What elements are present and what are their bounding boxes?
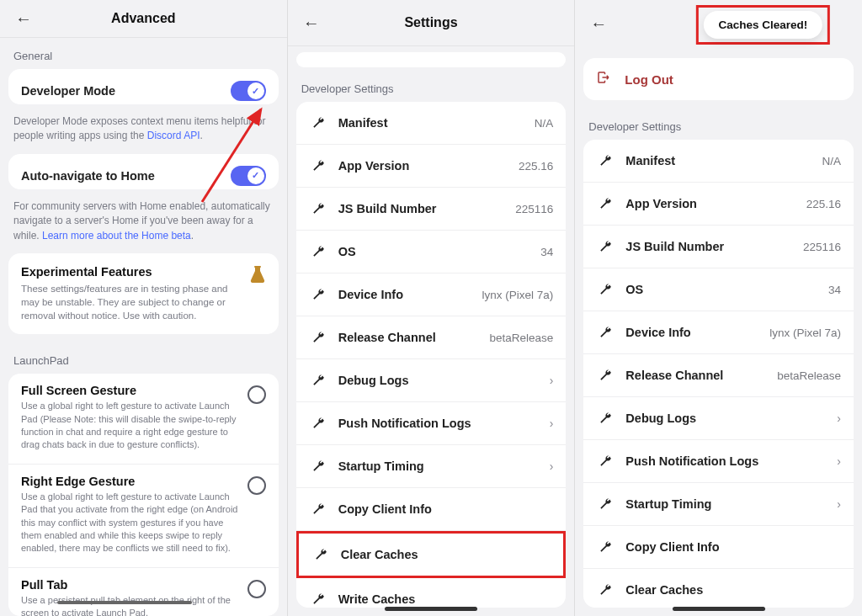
nav-indicator xyxy=(673,607,765,611)
app-version-row[interactable]: App Version225.16 xyxy=(583,183,854,226)
developer-mode-toggle[interactable]: ✓ xyxy=(231,81,266,101)
back-arrow-icon[interactable]: ← xyxy=(590,13,607,33)
developer-settings-label: Developer Settings xyxy=(575,109,862,140)
wrench-icon xyxy=(309,157,327,175)
auto-navigate-card: Auto-navigate to Home ✓ xyxy=(8,154,279,189)
settings-panel: ← Settings Developer Settings ManifestN/… xyxy=(288,0,576,616)
wrench-icon xyxy=(309,457,327,475)
wrench-icon xyxy=(309,500,327,518)
chevron-right-icon: › xyxy=(837,497,841,511)
launchpad-rightedge-row[interactable]: Right Edge Gesture Use a global right to… xyxy=(8,465,279,568)
header: ← Settings xyxy=(288,0,575,46)
push-logs-row[interactable]: Push Notification Logs› xyxy=(583,440,854,483)
device-info-row[interactable]: Device Infolynx (Pixel 7a) xyxy=(583,311,854,354)
settings-panel-cleared: ← Caches Cleared! Log Out Developer Sett… xyxy=(575,0,862,616)
push-logs-row[interactable]: Push Notification Logs› xyxy=(296,402,567,445)
radio-unchecked[interactable] xyxy=(247,476,266,495)
discord-api-link[interactable]: Discord API xyxy=(147,130,200,141)
wrench-icon xyxy=(596,409,615,427)
wrench-icon xyxy=(596,194,615,213)
debug-logs-row[interactable]: Debug Logs› xyxy=(583,397,854,440)
copy-client-info-row[interactable]: Copy Client Info xyxy=(583,526,854,569)
copy-client-info-row[interactable]: Copy Client Info xyxy=(296,488,567,531)
chevron-right-icon: › xyxy=(837,412,841,425)
clear-caches-row[interactable]: Clear Caches xyxy=(583,569,854,608)
debug-logs-row[interactable]: Debug Logs› xyxy=(296,359,567,402)
developer-mode-help: Developer Mode exposes context menu item… xyxy=(0,113,287,154)
wrench-icon xyxy=(596,237,615,256)
chevron-right-icon: › xyxy=(550,417,554,430)
logout-label: Log Out xyxy=(625,72,673,87)
manifest-row[interactable]: ManifestN/A xyxy=(296,102,567,145)
auto-navigate-toggle[interactable]: ✓ xyxy=(231,166,266,186)
developer-settings-card: ManifestN/A App Version225.16 JS Build N… xyxy=(583,140,854,608)
launchpad-fullscreen-row[interactable]: Full Screen Gesture Use a global right t… xyxy=(8,374,279,465)
app-version-row[interactable]: App Version225.16 xyxy=(296,145,567,188)
wrench-icon xyxy=(596,323,615,342)
wrench-icon xyxy=(596,280,615,299)
radio-unchecked[interactable] xyxy=(247,385,266,404)
page-title: Settings xyxy=(404,15,457,30)
experimental-desc: These settings/features are in testing p… xyxy=(21,282,231,322)
wrench-icon xyxy=(309,114,327,132)
wrench-icon xyxy=(309,414,327,433)
auto-navigate-help: For community servers with Home enabled,… xyxy=(0,198,287,253)
release-channel-row[interactable]: Release ChannelbetaRelease xyxy=(583,354,854,397)
logout-row[interactable]: Log Out xyxy=(583,58,854,100)
write-caches-row[interactable]: Write Caches xyxy=(296,578,567,608)
home-beta-link[interactable]: Learn more about the Home beta xyxy=(42,230,191,242)
wrench-icon xyxy=(309,242,327,261)
scroll-indicator xyxy=(57,601,192,604)
header: ← Advanced xyxy=(0,0,287,38)
advanced-panel: ← Advanced General Developer Mode ✓ Deve… xyxy=(0,0,288,616)
wrench-icon xyxy=(311,545,330,564)
experimental-features-card[interactable]: Experimental Features These settings/fea… xyxy=(8,253,279,334)
manifest-row[interactable]: ManifestN/A xyxy=(583,140,854,183)
startup-timing-row[interactable]: Startup Timing› xyxy=(583,483,854,526)
experimental-title: Experimental Features xyxy=(21,265,231,279)
logout-card: Log Out xyxy=(583,58,854,100)
logout-icon xyxy=(596,70,613,88)
developer-mode-label: Developer Mode xyxy=(21,84,115,98)
device-info-row[interactable]: Device Infolynx (Pixel 7a) xyxy=(296,273,567,316)
chevron-right-icon: › xyxy=(550,374,554,387)
back-arrow-icon[interactable]: ← xyxy=(303,13,320,32)
os-row[interactable]: OS34 xyxy=(583,268,854,311)
auto-navigate-row[interactable]: Auto-navigate to Home ✓ xyxy=(8,154,279,189)
wrench-icon xyxy=(596,366,615,385)
developer-mode-card: Developer Mode ✓ xyxy=(8,69,279,104)
launchpad-section-label: LaunchPad xyxy=(0,343,287,374)
prev-card-tail xyxy=(296,52,567,67)
wrench-icon xyxy=(309,199,327,218)
back-arrow-icon[interactable]: ← xyxy=(15,9,32,29)
radio-unchecked[interactable] xyxy=(247,580,266,598)
launchpad-pulltab-row[interactable]: Pull Tab Use a persistent pull tab eleme… xyxy=(8,568,279,616)
wrench-icon xyxy=(309,285,327,304)
release-channel-row[interactable]: Release ChannelbetaRelease xyxy=(296,316,567,359)
wrench-icon xyxy=(309,328,327,347)
developer-mode-row[interactable]: Developer Mode ✓ xyxy=(8,69,279,104)
wrench-icon xyxy=(596,581,615,599)
auto-navigate-label: Auto-navigate to Home xyxy=(21,169,155,183)
wrench-icon xyxy=(309,590,327,608)
svg-rect-0 xyxy=(254,266,261,268)
caches-cleared-toast: Caches Cleared! xyxy=(704,11,823,39)
nav-indicator xyxy=(385,607,477,611)
toast-highlight: Caches Cleared! xyxy=(696,5,831,45)
chevron-right-icon: › xyxy=(837,454,841,468)
wrench-icon xyxy=(596,538,615,556)
wrench-icon xyxy=(596,452,615,470)
startup-timing-row[interactable]: Startup Timing› xyxy=(296,445,567,488)
developer-settings-label: Developer Settings xyxy=(288,71,575,102)
js-build-row[interactable]: JS Build Number225116 xyxy=(296,188,567,231)
chevron-right-icon: › xyxy=(550,459,554,473)
js-build-row[interactable]: JS Build Number225116 xyxy=(583,226,854,268)
wrench-icon xyxy=(596,495,615,513)
developer-settings-card: ManifestN/A App Version225.16 JS Build N… xyxy=(296,102,567,608)
wrench-icon xyxy=(596,151,615,170)
general-section-label: General xyxy=(0,38,287,69)
clear-caches-row[interactable]: Clear Caches xyxy=(296,531,567,578)
flask-icon xyxy=(249,265,266,322)
os-row[interactable]: OS34 xyxy=(296,231,567,273)
launchpad-card: Full Screen Gesture Use a global right t… xyxy=(8,374,279,616)
